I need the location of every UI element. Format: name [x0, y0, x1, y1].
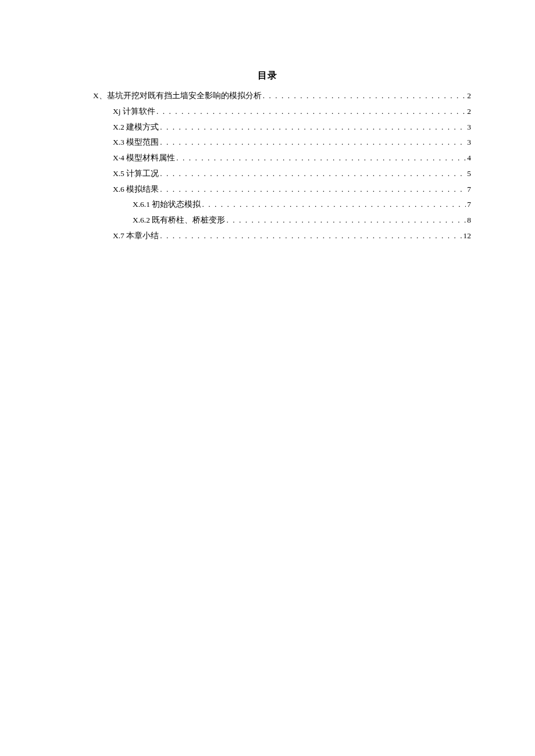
toc-entry-text: 计算工况: [124, 169, 159, 178]
toc-entry-label: X.7 本章小结: [113, 230, 159, 242]
toc-entry-page: 7: [467, 184, 471, 195]
toc-entry-page: 4: [467, 152, 471, 164]
toc-entry[interactable]: X.6 模拟结果7: [113, 184, 471, 195]
toc-entry-page: 7: [467, 199, 471, 210]
toc-title: 目录: [64, 70, 471, 82]
toc-entry-text: 模型范围: [124, 138, 159, 146]
toc-entry-page: 2: [467, 106, 471, 117]
toc-entry-number: X.3: [113, 138, 124, 146]
toc-entry-text: 模型材料属性: [124, 153, 175, 162]
toc-entry-number: X.7: [113, 231, 124, 240]
toc-entry-number: X.6.1: [133, 200, 150, 209]
toc-leader-dots: [160, 184, 466, 195]
toc-entry-number: X.2: [113, 123, 124, 131]
toc-entry-page: 3: [467, 137, 471, 148]
toc-entry-number: X.6.2: [133, 216, 150, 224]
toc-entry-label: X.6.2 既有桥柱、桥桩变形: [133, 214, 225, 226]
toc-entry[interactable]: X.2 建模方式3: [113, 121, 471, 133]
toc-entry[interactable]: Xj 计算软件2: [113, 106, 471, 117]
toc-entry[interactable]: X.7 本章小结12: [113, 230, 471, 242]
toc-entry-label: X、基坑开挖对既有挡土墙安全影响的模拟分析: [93, 90, 262, 102]
toc-leader-dots: [156, 106, 466, 117]
toc-entry-page: 2: [467, 90, 471, 102]
toc-leader-dots: [202, 199, 466, 210]
toc-leader-dots: [160, 137, 466, 148]
toc-entry-label: X.2 建模方式: [113, 121, 159, 133]
toc-entry-text: 计算软件: [121, 107, 155, 116]
toc-leader-dots: [263, 90, 466, 102]
toc-entry-text: 模拟结果: [124, 185, 159, 194]
toc-entry-text: 初始状态模拟: [150, 200, 201, 209]
toc-entry-label: X·4 模型材料属性: [113, 152, 175, 164]
toc-entry-text: 基坑开挖对既有挡土墙安全影响的模拟分析: [107, 91, 262, 100]
toc-entry[interactable]: X·4 模型材料属性4: [113, 152, 471, 164]
toc-entry-page: 12: [463, 230, 472, 242]
toc-leader-dots: [160, 230, 462, 242]
toc-entry-number: X·4: [113, 153, 124, 162]
toc-leader-dots: [160, 121, 466, 133]
table-of-contents: X、基坑开挖对既有挡土墙安全影响的模拟分析2Xj 计算软件2X.2 建模方式3X…: [64, 90, 471, 242]
toc-entry-text: 既有桥柱、桥桩变形: [150, 216, 225, 224]
toc-entry-page: 3: [467, 121, 471, 133]
toc-entry-label: X.5 计算工况: [113, 168, 159, 180]
toc-entry-label: X.6.1 初始状态模拟: [133, 199, 201, 210]
toc-entry-number: X、: [93, 91, 107, 100]
toc-entry[interactable]: X.5 计算工况5: [113, 168, 471, 180]
toc-leader-dots: [226, 214, 466, 226]
toc-entry-number: X.6: [113, 185, 124, 194]
toc-entry-label: X.6 模拟结果: [113, 184, 159, 195]
toc-leader-dots: [160, 168, 466, 180]
toc-entry[interactable]: X、基坑开挖对既有挡土墙安全影响的模拟分析2: [93, 90, 471, 102]
toc-entry-page: 5: [467, 168, 471, 180]
toc-leader-dots: [176, 152, 466, 164]
toc-entry-label: Xj 计算软件: [113, 106, 155, 117]
toc-entry-number: Xj: [113, 107, 121, 116]
toc-entry-text: 建模方式: [124, 123, 159, 131]
toc-entry[interactable]: X.6.2 既有桥柱、桥桩变形8: [133, 214, 471, 226]
toc-entry-page: 8: [467, 214, 471, 226]
document-page: 目录 X、基坑开挖对既有挡土墙安全影响的模拟分析2Xj 计算软件2X.2 建模方…: [0, 0, 535, 242]
toc-entry-text: 本章小结: [124, 231, 159, 240]
toc-entry-label: X.3 模型范围: [113, 137, 159, 148]
toc-entry[interactable]: X.6.1 初始状态模拟7: [133, 199, 471, 210]
toc-entry[interactable]: X.3 模型范围3: [113, 137, 471, 148]
toc-entry-number: X.5: [113, 169, 124, 178]
